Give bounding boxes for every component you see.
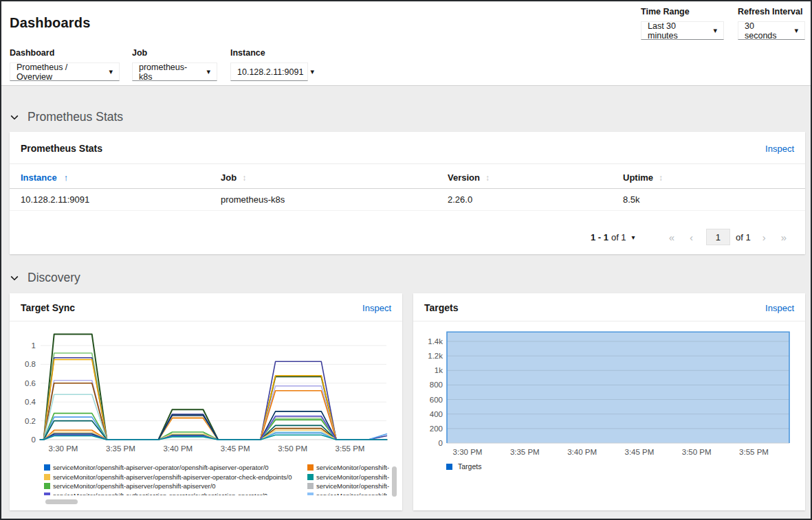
legend-item: serviceMonitor/openshift-apiserver/opens… [44,482,307,491]
svg-text:800: 800 [430,381,443,389]
svg-text:400: 400 [430,410,443,418]
legend-item: serviceMonitor/openshift- [307,491,391,496]
caret-down-icon: ▾ [794,26,798,35]
chevron-down-icon [10,273,19,283]
dashboard-control: Dashboard Prometheus / Overview ▾ [10,48,120,81]
sort-ascending-icon: ↑ [64,172,69,183]
caret-down-icon: ▾ [310,67,314,76]
svg-text:1.4k: 1.4k [428,337,443,346]
section-toggle-prometheus-stats[interactable]: Prometheus Stats [10,110,123,124]
refresh-interval-control: Refresh Interval 30 seconds ▾ [738,7,805,40]
target-sync-plot: 00.20.40.60.813:30 PM3:35 PM3:40 PM3:45 … [10,325,402,464]
target-sync-card: Target Sync Inspect 00.20.40.60.813:30 P… [10,293,402,510]
pagination-nav: « ‹ of 1 › » [661,229,794,245]
current-page-input[interactable] [706,229,730,245]
svg-text:3:50 PM: 3:50 PM [682,448,712,456]
job-select[interactable]: prometheus-k8s ▾ [132,63,217,81]
legend-item: serviceMonitor/openshift-apiserver-opera… [44,463,307,473]
svg-text:1.2k: 1.2k [428,352,443,360]
legend-item: serviceMonitor/openshift- [307,473,391,482]
card-title: Target Sync [21,302,75,313]
legend-swatch [44,464,50,471]
inspect-link[interactable]: Inspect [765,303,794,313]
cell-job: prometheus-k8s [221,189,448,211]
dashboard-value: Prometheus / Overview [17,63,102,82]
legend-swatch [44,474,50,480]
svg-text:0.8: 0.8 [25,360,36,368]
refresh-interval-label: Refresh Interval [738,7,805,16]
job-control: Job prometheus-k8s ▾ [132,48,217,81]
svg-text:0: 0 [32,436,36,444]
legend-swatch [307,493,314,495]
svg-text:3:30 PM: 3:30 PM [453,448,483,456]
column-header-uptime[interactable]: Uptime↕ [623,164,805,189]
targets-legend: Targets [446,462,481,471]
previous-page-button[interactable]: ‹ [682,231,701,243]
legend-item: serviceMonitor/openshift-apiserver/opens… [44,473,307,482]
section-toggle-discovery[interactable]: Discovery [10,271,80,285]
inspect-link[interactable]: Inspect [765,144,794,154]
legend-swatch [44,483,50,489]
card-header: Prometheus Stats Inspect [10,132,805,164]
section-title: Prometheus Stats [28,110,123,124]
legend-vertical-scrollbar[interactable] [392,466,397,497]
sort-icon: ↕ [659,173,663,183]
dashboard-label: Dashboard [10,48,120,58]
job-value: prometheus-k8s [139,63,199,82]
section-title: Discovery [28,271,80,285]
column-header-job[interactable]: Job↕ [221,164,448,189]
caret-down-icon: ▾ [713,26,717,35]
next-page-button[interactable]: › [755,231,773,243]
prometheus-stats-card: Prometheus Stats Inspect Instance↑ Job↕ … [10,132,805,254]
chevron-down-icon [10,113,19,122]
target-sync-legend: serviceMonitor/openshift-apiserver-opera… [44,463,391,495]
job-label: Job [132,48,217,58]
caret-down-icon: ▾ [109,67,113,76]
legend-item: serviceMonitor/openshift- [307,463,391,473]
legend-swatch [307,474,314,480]
targets-chart: 02004006008001k1.2k1.4k3:30 PM3:35 PM3:4… [413,325,805,466]
instance-select[interactable]: 10.128.2.11:9091 ▾ [230,63,308,81]
svg-text:1k: 1k [435,366,443,374]
per-page-menu[interactable]: 1 - 1 of 1 ▾ [591,232,635,242]
page-title: Dashboards [10,15,91,31]
table-row: 10.128.2.11:9091 prometheus-k8s 2.26.0 8… [10,189,805,211]
time-range-label: Time Range [641,7,724,16]
column-header-instance[interactable]: Instance↑ [10,164,221,189]
legend-swatch [307,464,314,471]
svg-text:3:45 PM: 3:45 PM [624,448,654,456]
svg-text:3:40 PM: 3:40 PM [163,444,193,453]
target-sync-chart: 00.20.40.60.813:30 PM3:35 PM3:40 PM3:45 … [10,325,402,466]
first-page-button[interactable]: « [661,231,682,243]
pagination: 1 - 1 of 1 ▾ « ‹ of 1 › » [591,229,794,245]
time-range-select[interactable]: Last 30 minutes ▾ [641,21,724,40]
svg-text:0.4: 0.4 [25,398,36,406]
last-page-button[interactable]: » [773,231,794,243]
inspect-link[interactable]: Inspect [362,303,391,313]
dashboard-select[interactable]: Prometheus / Overview ▾ [10,63,120,81]
legend-item: serviceMonitor/openshift-authentication-… [44,491,307,496]
instance-control: Instance 10.128.2.11:9091 ▾ [230,48,308,81]
cell-uptime: 8.5k [623,189,805,211]
caret-down-icon: ▾ [206,67,210,76]
legend-item: serviceMonitor/openshift- [307,482,391,491]
svg-text:3:35 PM: 3:35 PM [106,444,135,453]
svg-text:1: 1 [32,341,36,350]
targets-card: Targets Inspect 02004006008001k1.2k1.4k3… [413,293,805,510]
prometheus-stats-table: Instance↑ Job↕ Version↕ Uptime↕ 10.128.2… [10,164,805,211]
legend-swatch [44,493,50,495]
legend-swatch [446,464,452,470]
refresh-interval-select[interactable]: 30 seconds ▾ [738,21,805,40]
card-header: Target Sync Inspect [10,293,402,321]
refresh-interval-value: 30 seconds [745,21,787,41]
card-header: Targets Inspect [413,293,805,321]
svg-text:3:45 PM: 3:45 PM [221,444,250,453]
svg-text:0.2: 0.2 [25,417,36,425]
legend-horizontal-scrollbar[interactable] [45,499,78,504]
caret-down-icon: ▾ [632,234,635,241]
sort-icon: ↕ [242,173,246,183]
page-count-label: of 1 [736,232,751,242]
column-header-version[interactable]: Version↕ [448,164,623,189]
svg-text:3:55 PM: 3:55 PM [336,444,365,453]
svg-text:200: 200 [430,425,443,433]
